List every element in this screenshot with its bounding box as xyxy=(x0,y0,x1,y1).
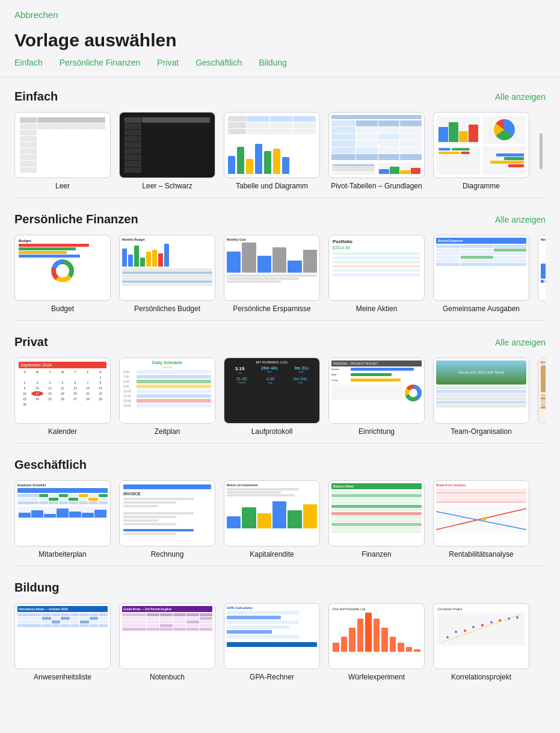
filter-tab-finanzen[interactable]: Persönliche Finanzen xyxy=(60,58,141,67)
filter-tabs: Einfach Persönliche Finanzen Privat Gesc… xyxy=(0,58,560,78)
geschaeftlich-templates-row: Employee Schedule xyxy=(14,480,546,558)
template-thumb-shared: Shared Expenses xyxy=(433,235,529,301)
template-budget[interactable]: Budget Budget xyxy=(14,235,111,313)
template-label-finanzen: Finanzen xyxy=(362,550,391,558)
template-roi[interactable]: Return on Investment xyxy=(224,480,320,558)
section-title-bildung: Bildung xyxy=(14,581,59,595)
bildung-templates-row: Attendance Sheet — October 2024 xyxy=(14,603,546,681)
divider-2 xyxy=(14,320,546,321)
template-label-ersparnisse: Persönliche Ersparnisse xyxy=(233,305,310,313)
section-title-finanzen: Persönliche Finanzen xyxy=(14,212,138,226)
template-pivot[interactable]: Pivot-Tabellen – Grundlagen xyxy=(328,112,425,190)
template-thumb-leer: // Generate grid cells inline via docume… xyxy=(14,112,111,178)
template-team[interactable]: WILDCATS SOCCER TEAM Team-Organisation xyxy=(433,357,529,436)
svg-point-2 xyxy=(482,517,486,521)
template-networth[interactable]: Net Worth Overview Assets Net xyxy=(538,235,546,313)
scroll-indicator-einfach[interactable] xyxy=(538,112,544,190)
filter-tab-geschaeftlich[interactable]: Geschäftlich xyxy=(195,58,242,67)
show-all-einfach[interactable]: Alle anzeigen xyxy=(495,92,546,102)
template-label-leer: Leer xyxy=(55,182,70,190)
template-label-dice: Würfelexperiment xyxy=(348,673,405,681)
template-thumb-dice: Dice Roll Probability Lab xyxy=(328,603,425,669)
template-rechnung[interactable]: INVOICE Rechnung xyxy=(119,480,215,558)
template-thumb-roi: Return on Investment xyxy=(224,480,320,546)
cancel-button[interactable]: Abbrechen xyxy=(14,10,58,20)
privat-templates-row: September 2024 SMTWTFS 1 2345678 9101112… xyxy=(14,357,546,436)
svg-line-3 xyxy=(442,614,520,643)
template-shared[interactable]: Shared Expenses Gemeinsame Ausgaben xyxy=(433,235,529,313)
template-label-aktien: Meine Aktien xyxy=(356,305,398,313)
filter-tab-einfach[interactable]: Einfach xyxy=(14,58,43,67)
template-thumb-finanzen: Balance Sheet xyxy=(328,480,425,546)
template-thumb-break-even: Break-Even Analysis xyxy=(433,480,529,546)
template-label-diagramme: Diagramme xyxy=(463,182,500,190)
template-aktien[interactable]: Portfolio $1514.83 Meine Aktien xyxy=(328,235,425,313)
template-label-break-even: Rentabilitätsanalyse xyxy=(449,550,513,558)
template-label-team: Team-Organisation xyxy=(451,427,511,436)
template-thumb-pers-budget: Monthly Budget xyxy=(119,235,215,301)
section-title-geschaeftlich: Geschäftlich xyxy=(14,458,87,472)
filter-tab-bildung[interactable]: Bildung xyxy=(259,58,287,67)
section-privat: Privat Alle anzeigen September 2024 SMTW… xyxy=(0,323,560,441)
template-thumb-pivot xyxy=(328,112,425,178)
template-thumb-diagramme xyxy=(433,112,529,178)
show-all-privat[interactable]: Alle anzeigen xyxy=(495,338,546,347)
template-thumb-rechnung: INVOICE xyxy=(119,480,215,546)
template-ersparnisse[interactable]: Monthly Goal Pers xyxy=(224,235,320,313)
template-thumb-gradebook: Grade Book — 3rd Period English xyxy=(119,603,215,669)
template-label-pivot: Pivot-Tabellen – Grundlagen xyxy=(331,182,422,190)
template-label-mitarbeiter: Mitarbeiterplan xyxy=(38,550,86,558)
template-label-laufprotokoll: Laufprotokoll xyxy=(251,427,293,436)
template-dice[interactable]: Dice Roll Probability Lab xyxy=(328,603,425,681)
template-leer-schwarz[interactable]: Leer – Schwarz xyxy=(119,112,215,190)
template-thumb-team: WILDCATS SOCCER TEAM xyxy=(433,357,529,424)
template-thumb-einrichtung: REMODEL - PROJECT BUDGET Kitchen Bath Li… xyxy=(328,357,425,424)
template-label-einrichtung: Einrichtung xyxy=(358,427,395,436)
template-attendance[interactable]: Attendance Sheet — October 2024 xyxy=(14,603,111,681)
filter-tab-privat[interactable]: Privat xyxy=(157,58,179,67)
template-mitarbeiter[interactable]: Employee Schedule xyxy=(14,480,111,558)
show-all-finanzen[interactable]: Alle anzeigen xyxy=(495,215,546,224)
template-einrichtung[interactable]: REMODEL - PROJECT BUDGET Kitchen Bath Li… xyxy=(328,357,425,436)
template-gradebook[interactable]: Grade Book — 3rd Period English xyxy=(119,603,215,681)
section-geschaeftlich: Geschäftlich Employee Schedule xyxy=(0,446,560,563)
template-tabelle-diagramm[interactable]: Tabelle und Diagramm xyxy=(224,112,320,190)
template-thumb-ersparnisse: Monthly Goal xyxy=(224,235,320,301)
template-pers-budget[interactable]: Monthly Budget xyxy=(119,235,215,313)
template-kalender[interactable]: September 2024 SMTWTFS 1 2345678 9101112… xyxy=(14,357,111,436)
section-einfach: Einfach Alle anzeigen // Generate grid c… xyxy=(0,78,560,195)
template-thumb-mitarbeiter: Employee Schedule xyxy=(14,480,111,546)
template-zeitplan[interactable]: Daily Schedule Fall 2024 6:00 7:00 8:00 … xyxy=(119,357,215,436)
template-finanzen[interactable]: Balance Sheet xyxy=(328,480,425,558)
section-title-einfach: Einfach xyxy=(14,90,58,104)
section-finanzen: Persönliche Finanzen Alle anzeigen Budge… xyxy=(0,200,560,318)
template-leer[interactable]: // Generate grid cells inline via docume… xyxy=(14,112,111,190)
template-thumb-leer-schwarz xyxy=(119,112,215,178)
template-thumb-tabelle xyxy=(224,112,320,178)
template-thumb-aktien: Portfolio $1514.83 xyxy=(328,235,425,301)
template-label-gradebook: Notenbuch xyxy=(150,673,185,681)
template-thumb-networth: Net Worth Overview Assets Net xyxy=(538,235,546,301)
template-label-budget: Budget xyxy=(51,305,74,313)
page-title: Vorlage auswählen xyxy=(0,25,560,58)
template-baby[interactable]: Baby's First Year Babys erstes Jahr xyxy=(538,357,546,436)
template-thumb-gpa: GPA Calculator xyxy=(224,603,320,669)
template-thumb-attendance: Attendance Sheet — October 2024 xyxy=(14,603,111,669)
section-title-privat: Privat xyxy=(14,335,48,349)
template-gpa[interactable]: GPA Calculator GPA-Rechner xyxy=(224,603,320,681)
template-break-even[interactable]: Break-Even Analysis xyxy=(433,480,529,558)
divider-3 xyxy=(14,443,546,444)
template-label-tabelle: Tabelle und Diagramm xyxy=(236,182,308,190)
template-label-zeitplan: Zeitplan xyxy=(155,427,180,436)
template-thumb-laufprotokoll: MY RUNNING LOG 3.19 mi 26m 40s time 9m 2… xyxy=(224,357,320,424)
template-label-gpa: GPA-Rechner xyxy=(250,673,294,681)
template-laufprotokoll[interactable]: MY RUNNING LOG 3.19 mi 26m 40s time 9m 2… xyxy=(224,357,320,436)
template-correlation[interactable]: Correlation Project xyxy=(433,603,529,681)
top-bar: Abbrechen xyxy=(0,0,560,25)
template-label-shared: Gemeinsame Ausgaben xyxy=(443,305,520,313)
section-bildung: Bildung Attendance Sheet — October 2024 xyxy=(0,569,560,686)
template-diagramme[interactable]: Diagramme xyxy=(433,112,529,190)
einfach-templates-row: // Generate grid cells inline via docume… xyxy=(14,112,546,190)
template-label-leer-schwarz: Leer – Schwarz xyxy=(142,182,192,190)
template-thumb-correlation: Correlation Project xyxy=(433,603,529,669)
